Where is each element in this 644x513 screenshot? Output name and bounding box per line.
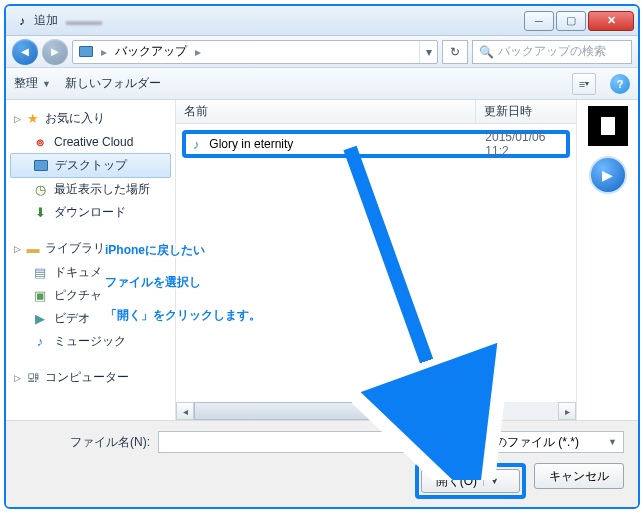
sidebar-item-recent[interactable]: ◷ 最近表示した場所	[6, 178, 175, 201]
refresh-button[interactable]: ↻	[442, 40, 468, 64]
title-extra: ▬▬▬	[66, 14, 102, 28]
toolbar: 整理▼ 新しいフォルダー ≡▾ ?	[6, 68, 638, 100]
creative-cloud-icon: ⊚	[32, 134, 48, 150]
sidebar-item-desktop[interactable]: デスクトップ	[10, 153, 171, 178]
address-bar[interactable]: ▸ バックアップ ▸ ▾	[72, 40, 438, 64]
file-name: Glory in eternity	[209, 137, 479, 151]
nav-row: ◄ ► ▸ バックアップ ▸ ▾ ↻ 🔍 バックアップの検索	[6, 36, 638, 68]
view-button[interactable]: ≡▾	[572, 73, 596, 95]
search-input[interactable]: 🔍 バックアップの検索	[472, 40, 632, 64]
open-split-icon[interactable]: ▼	[483, 476, 505, 486]
breadcrumb-pc-icon	[79, 46, 93, 57]
file-row[interactable]: ♪ Glory in eternity 2015/01/06 11:2	[189, 130, 563, 158]
close-button[interactable]: ✕	[588, 11, 634, 31]
preview-pane: ▶	[576, 100, 638, 420]
video-icon: ▶	[32, 311, 48, 327]
column-name[interactable]: 名前	[176, 100, 476, 123]
file-date: 2015/01/06 11:2	[485, 130, 563, 158]
organize-menu[interactable]: 整理▼	[14, 75, 51, 92]
open-button[interactable]: 開く(O)▼	[421, 469, 520, 493]
preview-thumbnail	[588, 106, 628, 146]
file-list: 名前 更新日時 ♪ Glory in eternity 2015/01/06 1…	[176, 100, 576, 420]
star-icon: ★	[25, 111, 41, 127]
maximize-button[interactable]: ▢	[556, 11, 586, 31]
file-type-filter[interactable]: べてのファイル (*.*)▼	[464, 431, 624, 453]
search-placeholder: バックアップの検索	[498, 43, 606, 60]
audio-file-icon: ♪	[189, 136, 203, 152]
sidebar-item-videos[interactable]: ▶ ビデオ	[6, 307, 175, 330]
music-icon: ♪	[32, 334, 48, 350]
sidebar-item-music[interactable]: ♪ ミュージック	[6, 330, 175, 353]
cancel-button[interactable]: キャンセル	[534, 463, 624, 489]
window-title: 追加	[34, 12, 58, 29]
sidebar-item-pictures[interactable]: ▣ ピクチャ	[6, 284, 175, 307]
filename-label: ファイル名(N):	[20, 434, 150, 451]
play-button[interactable]: ▶	[589, 156, 627, 194]
sidebar-item-documents[interactable]: ▤ ドキュメ	[6, 261, 175, 284]
scroll-left-button[interactable]: ◂	[176, 402, 194, 420]
filename-dropdown[interactable]: ▼	[438, 431, 456, 453]
search-icon: 🔍	[479, 45, 494, 59]
sidebar-libraries-header[interactable]: ▷▬ ライブラリ	[6, 236, 175, 261]
sidebar-computer-header[interactable]: ▷🖳 コンピューター	[6, 365, 175, 390]
picture-icon: ▣	[32, 288, 48, 304]
main-area: 名前 更新日時 ♪ Glory in eternity 2015/01/06 1…	[176, 100, 638, 420]
computer-icon: 🖳	[25, 370, 41, 386]
window-buttons: ─ ▢ ✕	[524, 11, 634, 31]
breadcrumb-folder[interactable]: バックアップ	[109, 41, 193, 63]
help-button[interactable]: ?	[610, 74, 630, 94]
open-button-highlight: 開く(O)▼	[415, 463, 526, 499]
desktop-icon	[33, 158, 49, 174]
library-icon: ▬	[25, 241, 41, 257]
filename-input[interactable]	[158, 431, 430, 453]
address-dropdown[interactable]: ▾	[419, 41, 437, 63]
download-icon: ⬇	[32, 205, 48, 221]
breadcrumb-sep-icon: ▸	[99, 45, 109, 59]
titlebar[interactable]: ♪ 追加 ▬▬▬ ─ ▢ ✕	[6, 6, 638, 36]
forward-button[interactable]: ►	[42, 39, 68, 65]
scroll-track[interactable]	[194, 402, 558, 420]
sidebar-item-creative-cloud[interactable]: ⊚ Creative Cloud	[6, 131, 175, 153]
new-folder-button[interactable]: 新しいフォルダー	[65, 75, 161, 92]
horizontal-scrollbar[interactable]: ◂ ▸	[176, 402, 576, 420]
breadcrumb-sep-icon: ▸	[193, 45, 203, 59]
dialog-window: ♪ 追加 ▬▬▬ ─ ▢ ✕ ◄ ► ▸ バックアップ ▸ ▾ ↻ 🔍 バックア…	[4, 4, 640, 509]
column-date[interactable]: 更新日時	[476, 103, 576, 120]
list-header: 名前 更新日時	[176, 100, 576, 124]
file-row-highlight: ♪ Glory in eternity 2015/01/06 11:2	[182, 130, 570, 158]
sidebar: ▷★ お気に入り ⊚ Creative Cloud デスクトップ ◷ 最近表示し…	[6, 100, 176, 420]
dialog-body: ▷★ お気に入り ⊚ Creative Cloud デスクトップ ◷ 最近表示し…	[6, 100, 638, 420]
dialog-footer: ファイル名(N): ▼ べてのファイル (*.*)▼ 開く(O)▼ キャンセル	[6, 420, 638, 509]
back-button[interactable]: ◄	[12, 39, 38, 65]
document-icon: ▤	[32, 265, 48, 281]
recent-icon: ◷	[32, 182, 48, 198]
app-icon: ♪	[14, 13, 30, 29]
scroll-thumb[interactable]	[194, 402, 412, 420]
sidebar-favorites-header[interactable]: ▷★ お気に入り	[6, 106, 175, 131]
scroll-right-button[interactable]: ▸	[558, 402, 576, 420]
sidebar-item-downloads[interactable]: ⬇ ダウンロード	[6, 201, 175, 224]
minimize-button[interactable]: ─	[524, 11, 554, 31]
